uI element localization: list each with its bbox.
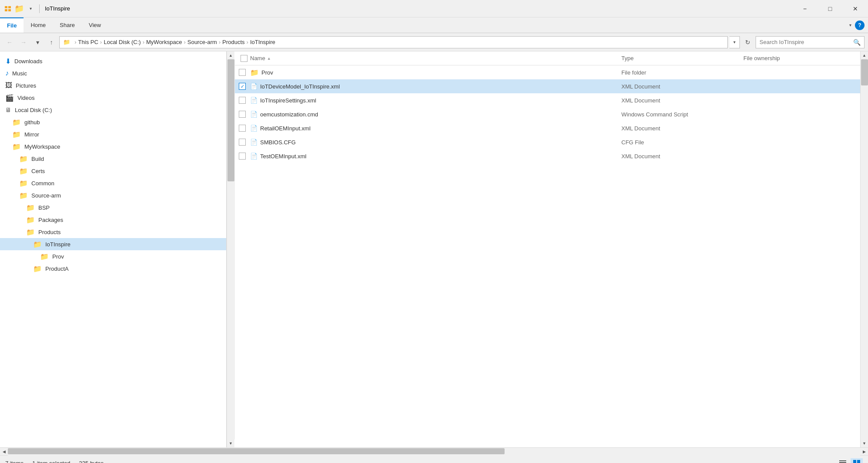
file-row-oemcustomization[interactable]: 📄 oemcustomization.cmd Windows Command S… [234, 107, 860, 121]
sidebar-item-certs[interactable]: 📁 Certs [0, 165, 226, 177]
forward-button[interactable]: → [17, 36, 30, 48]
ribbon-dropdown-arrow[interactable]: ▾ [849, 23, 851, 27]
path-products[interactable]: Products [222, 39, 244, 45]
prov-type: File folder [621, 69, 743, 76]
content-vscroll-down-button[interactable]: ▼ [861, 439, 868, 447]
path-myworkspace[interactable]: MyWorkspace [146, 39, 182, 45]
header-name-col[interactable]: Name ▲ [250, 55, 621, 61]
vscroll-down-button[interactable]: ▼ [227, 439, 235, 447]
address-path[interactable]: 📁 › This PC › Local Disk (C:) › MyWorksp… [59, 36, 728, 48]
hscroll-container: ◀ ▶ [0, 447, 868, 455]
tab-home[interactable]: Home [24, 17, 53, 33]
sidebar-item-github[interactable]: 📁 github [0, 116, 226, 128]
minimize-button[interactable]: − [792, 0, 817, 17]
content-vscroll-track[interactable] [861, 59, 868, 439]
smbios-checkbox[interactable] [239, 139, 246, 146]
content-vscroll-up-button[interactable]: ▲ [861, 51, 868, 59]
iotdevicemodel-checkbox[interactable] [239, 83, 246, 90]
prov-checkbox[interactable] [239, 69, 246, 76]
header-type-col[interactable]: Type [621, 55, 743, 61]
path-sourcearm[interactable]: Source-arm [187, 39, 217, 45]
myworkspace-folder-icon: 📁 [12, 143, 21, 151]
file-row-testoeminput[interactable]: 📄 TestOEMInput.xml XML Document [234, 149, 860, 163]
svg-rect-5 [839, 462, 846, 463]
sidebar-item-build[interactable]: 📁 Build [0, 153, 226, 165]
refresh-button[interactable]: ↻ [742, 36, 754, 48]
vscroll-up-button[interactable]: ▲ [227, 51, 235, 59]
titlebar: 📁 ▾ IoTInspire − □ ✕ [0, 0, 868, 17]
hscroll-thumb[interactable] [8, 448, 505, 454]
sidebar-item-myworkspace[interactable]: 📁 MyWorkspace [0, 140, 226, 153]
sourcearm-folder-icon: 📁 [19, 191, 28, 200]
maximize-button[interactable]: □ [817, 0, 843, 17]
sidebar-item-producta[interactable]: 📁 ProductA [0, 262, 226, 275]
path-localdisk[interactable]: Local Disk (C:) [104, 39, 141, 45]
view-toggle-buttons [837, 458, 863, 463]
tab-view[interactable]: View [82, 17, 108, 33]
tab-share[interactable]: Share [53, 17, 82, 33]
sidebar-label-sourcearm: Source-arm [31, 192, 61, 199]
tab-file[interactable]: File [0, 17, 24, 33]
file-row-retailoeminput[interactable]: 📄 RetailOEMInput.xml XML Document [234, 121, 860, 135]
back-button[interactable]: ← [3, 36, 16, 48]
sidebar-item-common[interactable]: 📁 Common [0, 177, 226, 189]
svg-rect-9 [857, 460, 860, 463]
iotinspire-folder-icon: 📁 [33, 240, 42, 249]
sidebar-item-localdisk[interactable]: 🖥 Local Disk (C:) [0, 104, 226, 116]
sidebar-item-prov[interactable]: 📁 Prov [0, 250, 226, 262]
iotinspiresettings-name: IoTInspireSettings.xml [260, 97, 621, 104]
oemcustomization-name: oemcustomization.cmd [260, 111, 621, 118]
sidebar-item-products[interactable]: 📁 Products [0, 226, 226, 238]
header-checkbox-col [238, 55, 250, 62]
titlebar-dropdown-icon[interactable]: ▾ [26, 4, 35, 13]
retailoeminput-checkbox[interactable] [239, 125, 246, 132]
sidebar-item-pictures[interactable]: 🖼 Pictures [0, 79, 226, 92]
hscroll-right-button[interactable]: ▶ [860, 448, 868, 456]
content-vscroll-thumb[interactable] [861, 59, 868, 85]
search-input[interactable] [760, 39, 851, 45]
sidebar-item-downloads[interactable]: ⬇ Downloads [0, 55, 226, 67]
header-checkbox[interactable] [241, 55, 248, 62]
nav-dropdown-button[interactable]: ▾ [31, 36, 44, 48]
header-ownership-col[interactable]: File ownership [743, 55, 857, 61]
smbios-file-icon: 📄 [250, 139, 258, 146]
file-row-iotinspiresettings[interactable]: 📄 IoTInspireSettings.xml XML Document [234, 93, 860, 107]
window-title: IoTInspire [45, 5, 70, 12]
up-button[interactable]: ↑ [45, 36, 58, 48]
file-row-smbios[interactable]: 📄 SMBIOS.CFG CFG File [234, 135, 860, 149]
file-row-prov[interactable]: 📁 Prov File folder [234, 65, 860, 79]
sidebar-item-bsp[interactable]: 📁 BSP [0, 201, 226, 214]
sidebar-item-iotinspire[interactable]: 📁 IoTInspire [0, 238, 226, 250]
titlebar-controls: − □ ✕ [792, 0, 868, 17]
retailoeminput-checkbox-col [238, 125, 250, 132]
smbios-name: SMBIOS.CFG [260, 139, 621, 146]
oemcustomization-checkbox[interactable] [239, 111, 246, 118]
sidebar-label-packages: Packages [38, 217, 63, 223]
sidebar-item-videos[interactable]: 🎬 Videos [0, 92, 226, 104]
path-iotinspire[interactable]: IoTInspire [250, 39, 275, 45]
content-vscroll[interactable]: ▲ ▼ [860, 51, 868, 447]
sidebar-item-sourcearm[interactable]: 📁 Source-arm [0, 189, 226, 201]
large-icons-view-button[interactable] [851, 458, 863, 463]
vscroll-thumb[interactable] [227, 59, 234, 181]
hscroll-left-button[interactable]: ◀ [0, 448, 8, 456]
sidebar-label-videos: Videos [17, 95, 35, 101]
sidebar-item-packages[interactable]: 📁 Packages [0, 214, 226, 226]
close-button[interactable]: ✕ [843, 0, 868, 17]
details-view-button[interactable] [837, 458, 849, 463]
path-thispc[interactable]: This PC [78, 39, 98, 45]
testoeminput-checkbox[interactable] [239, 153, 246, 160]
hscroll-track[interactable] [8, 448, 860, 456]
address-dropdown-button[interactable]: ▾ [729, 36, 740, 48]
help-button[interactable]: ? [855, 20, 865, 30]
svg-rect-2 [5, 9, 7, 11]
sidebar-item-mirror[interactable]: 📁 Mirror [0, 128, 226, 140]
videos-icon: 🎬 [5, 94, 14, 102]
search-icon[interactable]: 🔍 [853, 39, 861, 46]
iotinspiresettings-checkbox[interactable] [239, 97, 246, 104]
sidebar-item-music[interactable]: ♪ Music [0, 67, 226, 79]
sidebar-label-iotinspire: IoTInspire [45, 241, 71, 248]
sidebar-vscroll[interactable]: ▲ ▼ [227, 51, 234, 447]
file-row-iotdevicemodel[interactable]: 📄 IoTDeviceModel_IoTInspire.xml XML Docu… [234, 79, 860, 93]
vscroll-track[interactable] [227, 59, 235, 439]
